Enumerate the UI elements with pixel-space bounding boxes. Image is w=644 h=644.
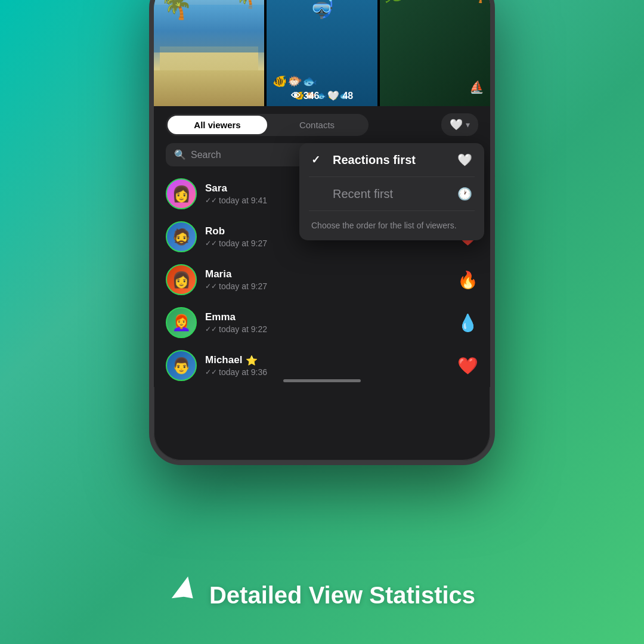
recent-first-label: Recent first bbox=[333, 187, 450, 201]
search-placeholder: Search bbox=[191, 150, 221, 160]
premium-badge: ⭐ bbox=[246, 355, 258, 366]
viewer-name: Emma bbox=[205, 311, 449, 323]
heart-sort-icon: 🤍 bbox=[450, 118, 463, 131]
bottom-section: Detailed View Statistics bbox=[0, 576, 644, 614]
viewer-row[interactable]: 👩‍🦰 Emma ✓✓ today at 9:22 💧 bbox=[160, 301, 484, 344]
sort-button[interactable]: 🤍 ▾ bbox=[441, 113, 478, 136]
viewer-info-michael: Michael ⭐ ✓✓ today at 9:36 bbox=[205, 354, 449, 377]
phone-frame: 🌴 🌴 🤿 🐠 🐡 🐟 🐠 🐟 bbox=[149, 0, 495, 465]
dropdown-reactions-first[interactable]: ✓ Reactions first 🤍 bbox=[299, 143, 484, 177]
reactions-first-label: Reactions first bbox=[333, 153, 450, 167]
photo-stats: 👁 346 🤍 48 bbox=[267, 90, 377, 101]
viewer-name: Maria bbox=[205, 268, 449, 280]
dropdown-recent-first[interactable]: ✓ Recent first 🕐 bbox=[299, 177, 484, 210]
viewer-info-emma: Emma ✓✓ today at 9:22 bbox=[205, 311, 449, 334]
telegram-icon bbox=[161, 571, 207, 619]
viewer-time: ✓✓ today at 9:27 bbox=[205, 281, 449, 291]
viewer-row[interactable]: 👩 Maria ✓✓ today at 9:27 🔥 bbox=[160, 258, 484, 301]
reaction-heart-michael: ❤️ bbox=[457, 356, 478, 376]
tabs-bar: All viewers Contacts 🤍 ▾ bbox=[154, 106, 490, 143]
reaction-fire: 🔥 bbox=[457, 270, 478, 290]
tab-contacts[interactable]: Contacts bbox=[267, 116, 367, 134]
dropdown-hint: Choose the order for the list of viewers… bbox=[299, 211, 484, 240]
avatar-sara: 👩 bbox=[166, 178, 197, 209]
like-count: 🤍 48 bbox=[327, 90, 353, 101]
viewer-time: ✓✓ today at 9:22 bbox=[205, 324, 449, 334]
viewer-name: Michael ⭐ bbox=[205, 354, 449, 366]
avatar-rob: 🧔 bbox=[166, 221, 197, 252]
avatar-maria: 👩 bbox=[166, 264, 197, 295]
avatar-emma: 👩‍🦰 bbox=[166, 307, 197, 338]
eye-icon: 👁 bbox=[291, 91, 301, 101]
clock-dropdown-icon: 🕐 bbox=[457, 187, 472, 201]
sort-dropdown: ✓ Reactions first 🤍 ✓ Recent first 🕐 Cho… bbox=[299, 143, 484, 240]
tab-all-viewers[interactable]: All viewers bbox=[168, 116, 267, 134]
tropical-photo: 🌿 🌴 ⛵ bbox=[380, 0, 490, 106]
checkmark-icon: ✓ bbox=[311, 153, 326, 166]
reaction-droplets: 💧 bbox=[457, 313, 478, 333]
search-icon: 🔍 bbox=[174, 149, 186, 160]
beach-photo: 🌴 🌴 bbox=[154, 0, 264, 106]
photo-grid: 🌴 🌴 🤿 🐠 🐡 🐟 🐠 🐟 bbox=[154, 0, 490, 106]
underwater-photo: 🤿 🐠 🐡 🐟 🐠 🐟 👁 346 bbox=[267, 0, 377, 106]
view-count: 👁 346 bbox=[291, 91, 320, 101]
avatar-michael: 👨 bbox=[166, 350, 197, 381]
chevron-down-icon: ▾ bbox=[466, 120, 470, 129]
tabs-group: All viewers Contacts bbox=[166, 114, 369, 136]
viewer-info-maria: Maria ✓✓ today at 9:27 bbox=[205, 268, 449, 291]
heart-dropdown-icon: 🤍 bbox=[457, 153, 472, 167]
viewer-time: ✓✓ today at 9:36 bbox=[205, 367, 449, 377]
heart-icon: 🤍 bbox=[327, 90, 339, 101]
bottom-title-text: Detailed View Statistics bbox=[209, 582, 475, 609]
home-indicator bbox=[283, 379, 361, 382]
